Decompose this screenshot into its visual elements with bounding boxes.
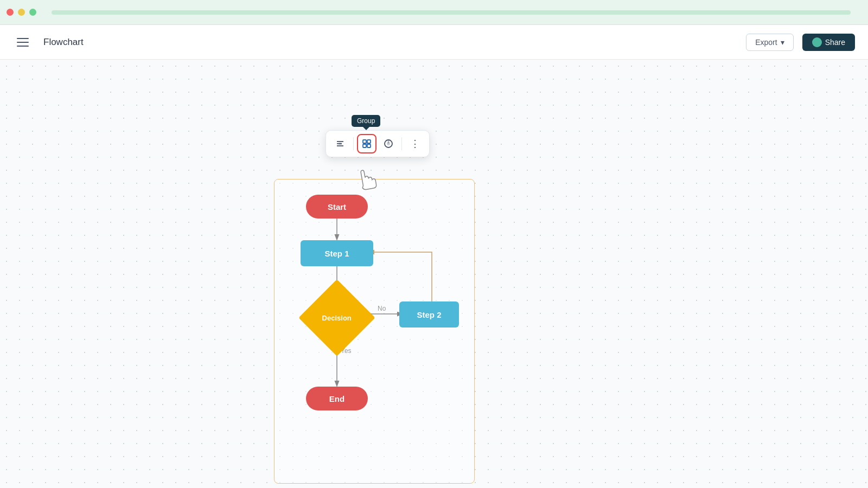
start-node[interactable]: Start [306,195,368,219]
step2-label: Step 2 [417,310,441,319]
svg-rect-6 [363,144,366,147]
more-dots-icon: ⋮ [410,138,420,150]
maximize-dot[interactable] [29,9,36,16]
more-button[interactable]: ⋮ [405,134,425,153]
svg-rect-3 [339,143,342,145]
end-label: End [329,394,344,403]
share-avatar-icon [812,37,822,47]
progress-bar [52,10,851,15]
main-toolbar: Flowchart Export ▾ Share [0,25,868,60]
decision-node[interactable]: Decision [298,279,375,356]
chevron-down-icon: ▾ [781,38,784,47]
style-button[interactable] [379,134,398,153]
export-button[interactable]: Export ▾ [746,34,793,51]
group-button[interactable] [357,134,376,153]
svg-text:No: No [378,305,386,312]
step2-node[interactable]: Step 2 [399,301,459,328]
tooltip-text: Group [357,117,375,125]
hamburger-icon [17,38,29,47]
svg-rect-5 [367,140,371,143]
start-label: Start [328,202,346,211]
minimize-dot[interactable] [18,9,25,16]
svg-rect-7 [367,144,371,147]
close-dot[interactable] [7,9,14,16]
share-label: Share [825,38,845,47]
toolbar-divider-2 [401,137,402,150]
align-button[interactable] [330,134,350,153]
document-title: Flowchart [43,37,737,48]
toolbar-divider-1 [353,137,354,150]
step1-node[interactable]: Step 1 [301,240,373,266]
svg-rect-4 [363,140,366,143]
step1-label: Step 1 [324,249,349,258]
group-tooltip: Group [352,115,380,127]
menu-button[interactable] [13,33,33,52]
svg-point-8 [366,143,368,145]
flowchart-container: Yes No Start [274,179,475,484]
title-bar [0,0,868,25]
export-label: Export [755,38,777,47]
share-button[interactable]: Share [802,34,855,51]
end-node[interactable]: End [306,387,368,410]
decision-label: Decision [322,314,352,322]
canvas-area[interactable]: Group [0,60,868,488]
context-toolbar: ⋮ [326,130,430,157]
